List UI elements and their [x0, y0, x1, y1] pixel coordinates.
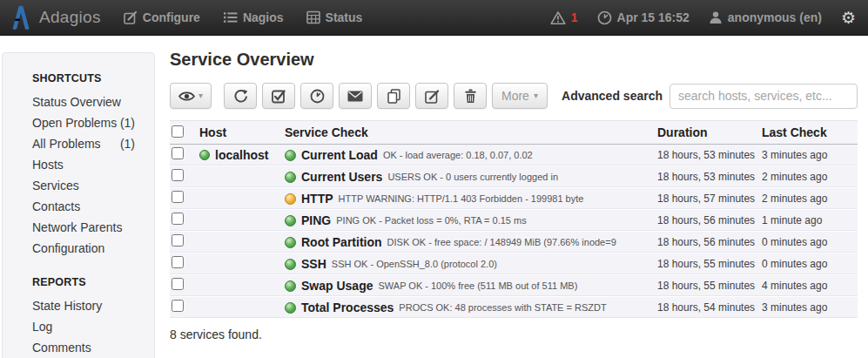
- service-detail: HTTP WARNING: HTTP/1.1 403 Forbidden - 1…: [339, 193, 584, 204]
- sidebar-section-shortcuts: SHORTCUTS: [32, 72, 154, 84]
- alerts-indicator[interactable]: 1: [550, 10, 578, 25]
- copy-icon: [387, 89, 401, 104]
- sidebar-item-status-overview[interactable]: Status Overview: [32, 91, 154, 112]
- sidebar-item-hosts[interactable]: Hosts: [32, 154, 154, 175]
- duration-cell: 18 hours, 54 minutes: [656, 297, 760, 319]
- user-menu[interactable]: anonymous (en): [709, 10, 822, 24]
- delete-button[interactable]: [454, 83, 487, 109]
- table-row: localhost Current LoadOK - load average:…: [170, 145, 858, 166]
- service-link[interactable]: PING: [301, 213, 331, 227]
- row-checkbox[interactable]: [172, 256, 184, 268]
- row-checkbox[interactable]: [172, 147, 184, 159]
- service-detail: SWAP OK - 100% free (511 MB out of 511 M…: [378, 280, 577, 291]
- sidebar-item-all-problems[interactable]: All Problems (1): [32, 133, 154, 154]
- refresh-button[interactable]: [224, 83, 257, 109]
- services-table: Host Service Check Duration Last Check l…: [170, 120, 858, 319]
- sidebar-item-configuration[interactable]: Configuration: [32, 238, 154, 259]
- table-row: Total ProcessesPROCS OK: 48 processes wi…: [170, 297, 858, 319]
- select-all-checkbox[interactable]: [172, 125, 184, 138]
- duration-cell: 18 hours, 53 minutes: [656, 166, 760, 188]
- check-square-icon: [272, 89, 286, 104]
- sidebar: SHORTCUTS Status Overview Open Problems …: [2, 52, 155, 358]
- copy-button[interactable]: [377, 83, 410, 109]
- notification-button[interactable]: [339, 83, 372, 109]
- advanced-search-area: Advanced search: [562, 84, 858, 109]
- service-status-ball: [285, 280, 296, 292]
- service-link[interactable]: Swap Usage: [301, 279, 373, 293]
- clock-status[interactable]: Apr 15 16:52: [597, 10, 690, 25]
- row-checkbox[interactable]: [172, 278, 184, 290]
- brand[interactable]: Adagios: [0, 5, 113, 30]
- sidebar-item-network-parents[interactable]: Network Parents: [32, 217, 154, 238]
- service-link[interactable]: HTTP: [301, 192, 333, 206]
- user-icon: [709, 10, 723, 24]
- col-header-service: Service Check: [283, 121, 656, 145]
- row-checkbox[interactable]: [172, 213, 184, 225]
- service-detail: SSH OK - OpenSSH_8.0 (protocol 2.0): [332, 259, 497, 269]
- edit-square-icon: [124, 10, 138, 24]
- acknowledge-button[interactable]: [262, 83, 295, 109]
- row-checkbox[interactable]: [172, 191, 184, 203]
- sidebar-item-state-history[interactable]: State History: [32, 295, 154, 316]
- more-button[interactable]: More ▾: [492, 83, 548, 109]
- service-detail: PROCS OK: 48 processes with STATE = RSZD…: [399, 302, 606, 313]
- adagios-logo-icon: [10, 5, 31, 30]
- table-header-row: Host Service Check Duration Last Check: [170, 121, 858, 145]
- nav-item-configure[interactable]: Configure: [124, 10, 200, 24]
- service-link[interactable]: Current Users: [301, 170, 382, 184]
- envelope-icon: [347, 91, 363, 102]
- nav-item-label: Configure: [143, 10, 200, 24]
- service-detail: USERS OK - 0 users currently logged in: [387, 172, 558, 182]
- results-count: 8 services found.: [170, 328, 858, 341]
- sidebar-item-contacts[interactable]: Contacts: [32, 196, 154, 217]
- edit-button[interactable]: [415, 83, 448, 109]
- table-row: Swap UsageSWAP OK - 100% free (511 MB ou…: [170, 275, 858, 297]
- col-header-last-check: Last Check: [760, 121, 858, 145]
- sidebar-section-reports: REPORTS: [32, 276, 154, 288]
- nav-item-label: Status: [326, 10, 363, 24]
- service-status-ball: [285, 172, 296, 183]
- service-status-ball: [285, 193, 296, 205]
- edit-pencil-icon: [425, 89, 440, 104]
- sidebar-item-log[interactable]: Log: [32, 316, 154, 337]
- last-check-cell: 2 minutes ago: [760, 166, 858, 188]
- view-options-button[interactable]: ▾: [170, 83, 212, 109]
- row-checkbox[interactable]: [172, 169, 184, 181]
- row-checkbox[interactable]: [172, 300, 184, 312]
- clock-schedule-icon: [310, 89, 325, 104]
- advanced-search-label: Advanced search: [562, 89, 663, 103]
- row-checkbox[interactable]: [172, 234, 184, 247]
- nav-item-status[interactable]: Status: [306, 10, 363, 24]
- brand-name: Adagios: [39, 8, 101, 27]
- warning-triangle-icon: [550, 10, 566, 25]
- last-check-cell: 3 minutes ago: [760, 297, 858, 319]
- username-label: anonymous (en): [728, 10, 822, 24]
- service-link[interactable]: Total Processes: [301, 301, 394, 314]
- host-status-ball: [199, 150, 210, 160]
- sidebar-item-open-problems[interactable]: Open Problems (1): [32, 112, 154, 133]
- service-link[interactable]: Root Partition: [301, 235, 382, 249]
- reschedule-button[interactable]: [300, 83, 333, 109]
- alerts-count: 1: [571, 10, 578, 24]
- chevron-down-icon: ▾: [198, 91, 203, 100]
- host-link[interactable]: localhost: [215, 148, 268, 162]
- search-input[interactable]: [670, 84, 858, 109]
- table-row: PINGPING OK - Packet loss = 0%, RTA = 0.…: [170, 210, 858, 232]
- more-button-label: More: [501, 89, 529, 103]
- service-detail: DISK OK - free space: / 148949 MiB (97.6…: [387, 237, 616, 247]
- service-link[interactable]: Current Load: [301, 148, 378, 162]
- sidebar-item-comments[interactable]: Comments: [32, 337, 154, 358]
- service-status-ball: [285, 150, 296, 161]
- sidebar-item-services[interactable]: Services: [32, 175, 154, 196]
- toolbar: ▾: [170, 83, 858, 109]
- last-check-cell: 3 minutes ago: [760, 145, 858, 166]
- service-status-ball: [285, 302, 296, 314]
- gear-icon[interactable]: ⚙: [841, 10, 856, 26]
- table-icon: [306, 10, 320, 24]
- nav-item-nagios[interactable]: Nagios: [223, 10, 284, 24]
- last-check-cell: 1 minute ago: [760, 210, 858, 232]
- col-header-duration: Duration: [656, 121, 760, 145]
- nav-item-label: Nagios: [243, 10, 284, 24]
- service-link[interactable]: SSH: [301, 257, 326, 271]
- last-check-cell: 2 minutes ago: [760, 188, 858, 210]
